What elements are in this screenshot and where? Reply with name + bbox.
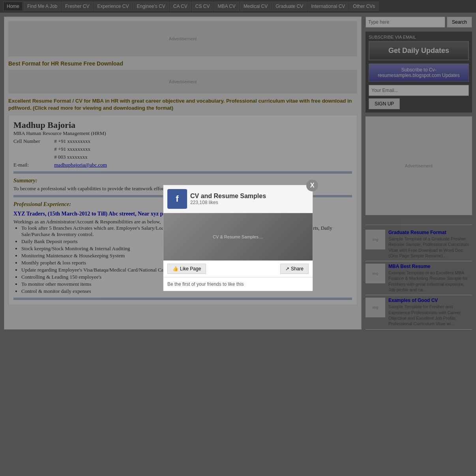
like-page-button[interactable]: 👍 Like Page bbox=[167, 264, 206, 274]
modal-cover-image: CV & Resume Samples.... bbox=[163, 213, 313, 260]
modal-header: f CV and Resume Samples 223,108 likes bbox=[163, 185, 313, 213]
share-button[interactable]: ↗ Share bbox=[280, 264, 309, 274]
share-btn-label: Share bbox=[291, 266, 304, 272]
modal-page-name: CV and Resume Samples bbox=[190, 193, 266, 200]
modal-likes: 223,108 likes bbox=[190, 200, 266, 205]
modal-close-button[interactable]: X bbox=[306, 180, 318, 191]
modal-footer: Be the first of your friends to like thi… bbox=[163, 277, 313, 291]
modal-overlay[interactable]: X f CV and Resume Samples 223,108 likes … bbox=[0, 0, 476, 334]
modal-cover-text: CV & Resume Samples.... bbox=[213, 234, 263, 239]
thumbs-up-icon: 👍 bbox=[172, 266, 178, 272]
modal-actions: 👍 Like Page ↗ Share bbox=[163, 260, 313, 277]
share-icon: ↗ bbox=[285, 266, 289, 272]
facebook-modal: X f CV and Resume Samples 223,108 likes … bbox=[163, 185, 313, 291]
modal-page-info: CV and Resume Samples 223,108 likes bbox=[190, 193, 266, 205]
like-btn-label: Like Page bbox=[180, 266, 201, 272]
facebook-icon: f bbox=[167, 189, 187, 209]
